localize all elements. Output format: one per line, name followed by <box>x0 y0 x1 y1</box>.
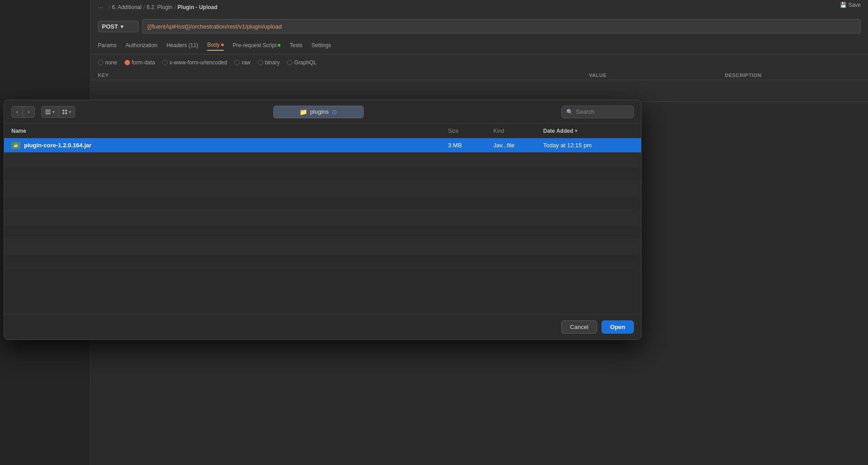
save-label: Save <box>849 2 861 8</box>
empty-row-6 <box>4 225 641 240</box>
tab-headers[interactable]: Headers (11) <box>166 42 198 50</box>
body-dot <box>221 44 224 46</box>
url-input[interactable]: {{fluentApiHost}}/orchestration/rest/v1/… <box>142 19 861 34</box>
empty-row-3 <box>4 182 641 196</box>
grid-dot-1 <box>63 110 64 111</box>
list-line-2 <box>45 111 51 112</box>
tab-pre-request-label: Pre-request Script <box>233 42 277 48</box>
file-name-text: plugin-core-1.2.0.164.jar <box>24 142 92 149</box>
empty-row-5 <box>4 211 641 225</box>
folder-icon: 📁 <box>299 108 307 116</box>
file-size-cell: 3 MB <box>448 142 493 149</box>
radio-urlencoded-circle <box>162 60 168 65</box>
col-date-label: Date Added <box>543 128 573 134</box>
method-dropdown[interactable]: POST ▾ <box>98 21 139 32</box>
radio-none-label: none <box>105 59 117 66</box>
breadcrumb-current: Plugin - Upload <box>178 4 217 10</box>
empty-row-1 <box>4 153 641 167</box>
col-value-header: VALUE <box>589 73 725 78</box>
sort-chevron-icon: ▾ <box>575 128 577 133</box>
radio-urlencoded[interactable]: x-www-form-urlencoded <box>162 59 227 66</box>
folder-dropdown: 📁 plugins ⊙ <box>80 106 557 118</box>
save-button[interactable]: 💾 Save <box>840 2 861 8</box>
search-icon: 🔍 <box>566 109 573 115</box>
radio-binary-label: binary <box>265 59 280 66</box>
open-button[interactable]: Open <box>602 320 634 334</box>
col-date-header[interactable]: Date Added ▾ <box>543 128 634 134</box>
radio-form-data-circle <box>125 60 130 65</box>
col-kind-header: Kind <box>493 128 543 134</box>
breadcrumb-separator-2: / <box>143 4 145 10</box>
breadcrumb-separator-3: / <box>174 4 175 10</box>
dialog-toolbar: ‹ › ▾ ▾ <box>4 100 641 124</box>
search-placeholder: Search <box>576 108 594 115</box>
method-chevron: ▾ <box>121 23 124 30</box>
folder-name: plugins <box>310 108 328 115</box>
tab-authorization[interactable]: Authorization <box>125 42 157 50</box>
file-open-dialog: ‹ › ▾ ▾ <box>4 100 641 340</box>
list-line-1 <box>45 110 51 111</box>
pre-request-dot <box>278 44 280 47</box>
file-row[interactable]: ☕ plugin-core-1.2.0.164.jar 3 MB Jav...f… <box>4 138 641 153</box>
radio-binary[interactable]: binary <box>258 59 280 66</box>
radio-raw[interactable]: raw <box>234 59 250 66</box>
col-name-header: Name <box>11 128 448 134</box>
breadcrumb-item-2: 6.2. Plugin <box>147 4 173 10</box>
tab-body[interactable]: Body <box>207 42 223 51</box>
file-name-cell: ☕ plugin-core-1.2.0.164.jar <box>11 142 448 149</box>
request-bar: POST ▾ {{fluentApiHost}}/orchestration/r… <box>91 15 868 38</box>
file-list-body: ☕ plugin-core-1.2.0.164.jar 3 MB Jav...f… <box>4 138 641 315</box>
search-box[interactable]: 🔍 Search <box>561 106 634 118</box>
cancel-button[interactable]: Cancel <box>561 320 597 334</box>
file-date-cell: Today at 12:15 pm <box>543 142 634 149</box>
tab-pre-request[interactable]: Pre-request Script <box>233 42 281 50</box>
method-label: POST <box>102 23 118 30</box>
radio-graphql-label: GraphQL <box>294 59 316 66</box>
col-key-header: KEY <box>98 73 589 78</box>
list-line-3 <box>45 113 51 114</box>
grid-view-chevron: ▾ <box>69 110 71 114</box>
more-icon: ··· <box>98 4 103 11</box>
col-desc-header: DESCRIPTION <box>725 73 861 78</box>
jar-file-icon: ☕ <box>11 142 20 149</box>
breadcrumb-separator-1: / <box>109 4 110 10</box>
radio-form-data-label: form-data <box>132 59 155 66</box>
radio-raw-circle <box>234 60 240 65</box>
dialog-footer: Cancel Open <box>4 314 641 339</box>
save-icon: 💾 <box>840 2 847 8</box>
file-kind-cell: Jav...file <box>493 142 543 149</box>
postman-main-area: ··· / 6. Additional / 6.2. Plugin / Plug… <box>91 0 868 102</box>
file-list-header: Name Size Kind Date Added ▾ <box>4 124 641 138</box>
body-type-row: none form-data x-www-form-urlencoded raw… <box>91 54 868 71</box>
grid-dot-3 <box>63 112 64 114</box>
grid-dot-4 <box>65 112 67 114</box>
tab-settings[interactable]: Settings <box>312 42 331 50</box>
folder-selector[interactable]: 📁 plugins ⊙ <box>273 106 364 118</box>
empty-row-8 <box>4 254 641 269</box>
table-header-row: KEY VALUE DESCRIPTION <box>91 71 868 80</box>
radio-form-data[interactable]: form-data <box>125 59 155 66</box>
radio-binary-circle <box>258 60 263 65</box>
view-mode-buttons: ▾ ▾ <box>41 106 75 118</box>
forward-button[interactable]: › <box>23 106 35 118</box>
col-size-header: Size <box>448 128 493 134</box>
request-tabs: Params Authorization Headers (11) Body P… <box>91 38 868 54</box>
tab-params[interactable]: Params <box>98 42 116 50</box>
back-button[interactable]: ‹ <box>11 106 23 118</box>
radio-none-circle <box>98 60 103 65</box>
list-view-icon <box>45 110 51 114</box>
nav-buttons: ‹ › <box>11 106 35 118</box>
folder-chevron-icon: ⊙ <box>332 108 337 116</box>
breadcrumb-item-1: 6. Additional <box>112 4 141 10</box>
list-view-chevron: ▾ <box>53 110 55 114</box>
list-view-button[interactable]: ▾ <box>41 106 59 118</box>
breadcrumb: ··· / 6. Additional / 6.2. Plugin / Plug… <box>91 0 868 15</box>
grid-dot-2 <box>65 110 67 111</box>
tab-tests[interactable]: Tests <box>289 42 302 50</box>
radio-none[interactable]: none <box>98 59 117 66</box>
grid-view-icon <box>63 110 67 114</box>
radio-graphql[interactable]: GraphQL <box>287 59 316 66</box>
grid-view-button[interactable]: ▾ <box>59 106 75 118</box>
empty-row-7 <box>4 240 641 254</box>
empty-row-4 <box>4 196 641 211</box>
